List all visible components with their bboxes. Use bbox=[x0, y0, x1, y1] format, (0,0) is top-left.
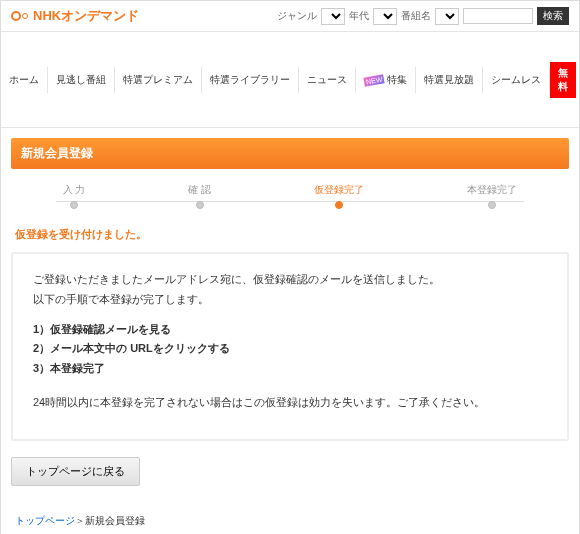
content-box: ご登録いただきましたメールアドレス宛に、仮登録確認のメールを送信しました。 以下… bbox=[11, 252, 569, 441]
warning-text: 24時間以内に本登録を完了されない場合はこの仮登録は効力を失います。ご了承くださ… bbox=[33, 393, 547, 413]
instruction-3: 3）本登録完了 bbox=[33, 359, 547, 379]
breadcrumb: トップページ＞新規会員登録 bbox=[15, 514, 565, 528]
instruction-1: 1）仮登録確認メールを見る bbox=[33, 320, 547, 340]
nav-special[interactable]: NEW 特集 bbox=[356, 67, 416, 93]
page-title: 新規会員登録 bbox=[11, 138, 569, 169]
genre-select[interactable] bbox=[321, 8, 345, 25]
breadcrumb-current: 新規会員登録 bbox=[85, 515, 145, 526]
genre-label: ジャンル bbox=[277, 9, 317, 23]
search-button[interactable]: 検索 bbox=[537, 7, 569, 25]
era-label: 年代 bbox=[349, 9, 369, 23]
breadcrumb-top[interactable]: トップページ bbox=[15, 515, 75, 526]
intro-line2: 以下の手順で本登録が完了します。 bbox=[33, 293, 209, 305]
notice-text: 仮登録を受け付けました。 bbox=[15, 227, 565, 242]
era-select[interactable] bbox=[373, 8, 397, 25]
top-controls: ジャンル 年代 番組名 検索 bbox=[277, 7, 569, 25]
instructions-list: 1）仮登録確認メールを見る 2）メール本文中の URLをクリックする 3）本登録… bbox=[33, 320, 547, 379]
nav-free[interactable]: 無 料 bbox=[550, 62, 576, 98]
nav-library[interactable]: 特選ライブラリー bbox=[202, 67, 299, 93]
logo-icon bbox=[11, 11, 29, 21]
nav-seamless[interactable]: シームレス bbox=[483, 67, 550, 93]
main-nav: ホーム 見逃し番組 特選プレミアム 特選ライブラリー ニュース NEW 特集 特… bbox=[1, 32, 579, 128]
intro-line1: ご登録いただきましたメールアドレス宛に、仮登録確認のメールを送信しました。 bbox=[33, 273, 440, 285]
header: NHKオンデマンド ジャンル 年代 番組名 検索 bbox=[1, 1, 579, 32]
step-complete: 本登録完了 bbox=[467, 183, 517, 209]
nav-home[interactable]: ホーム bbox=[1, 67, 48, 93]
step-provisional: 仮登録完了 bbox=[314, 183, 364, 209]
search-input[interactable] bbox=[463, 8, 533, 24]
progress-steps: 入 力 確 認 仮登録完了 本登録完了 bbox=[11, 183, 569, 209]
step-confirm: 確 認 bbox=[188, 183, 211, 209]
program-label: 番組名 bbox=[401, 9, 431, 23]
logo-text: NHKオンデマンド bbox=[33, 7, 139, 25]
nav-missed[interactable]: 見逃し番組 bbox=[48, 67, 115, 93]
new-badge-icon: NEW bbox=[363, 74, 385, 86]
nav-premium[interactable]: 特選プレミアム bbox=[115, 67, 202, 93]
back-to-top-button[interactable]: トップページに戻る bbox=[11, 457, 140, 486]
nav-news[interactable]: ニュース bbox=[299, 67, 356, 93]
step-input: 入 力 bbox=[63, 183, 86, 209]
instruction-2: 2）メール本文中の URLをクリックする bbox=[33, 339, 547, 359]
program-select[interactable] bbox=[435, 8, 459, 25]
nav-unlimited[interactable]: 特選見放題 bbox=[416, 67, 483, 93]
logo[interactable]: NHKオンデマンド bbox=[11, 7, 139, 25]
